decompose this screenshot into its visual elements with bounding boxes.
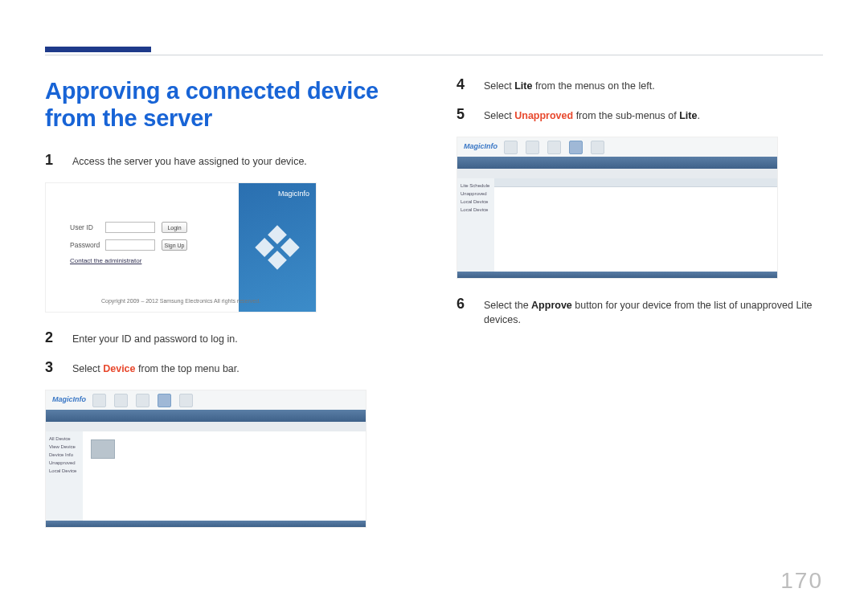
nav-icon bbox=[504, 141, 518, 154]
top-iconbar bbox=[504, 141, 604, 154]
brand-logo-text: MagicInfo bbox=[278, 190, 309, 198]
app-content bbox=[494, 178, 777, 272]
header-rule bbox=[45, 55, 823, 55]
signup-button: Sign Up bbox=[162, 239, 187, 251]
step-1: 1 Access the server you have assigned to… bbox=[45, 153, 411, 170]
diamond-logo-icon bbox=[255, 225, 300, 270]
app-content bbox=[83, 431, 366, 521]
top-iconbar bbox=[92, 394, 193, 407]
step-4: 4 Select Lite from the menus on the left… bbox=[457, 77, 823, 94]
step-number: 5 bbox=[457, 107, 469, 124]
nav-icon bbox=[591, 141, 604, 154]
nav-icon-device bbox=[569, 141, 583, 154]
step-text: Enter your ID and password to log in. bbox=[72, 330, 238, 347]
step-number: 2 bbox=[45, 330, 58, 347]
table-header-row bbox=[494, 178, 777, 187]
nav-icon bbox=[526, 141, 539, 154]
svg-rect-3 bbox=[268, 251, 287, 270]
section-heading: Approving a connected device from the se… bbox=[45, 77, 411, 132]
copyright-text: Copyright 2009 – 2012 Samsung Electronic… bbox=[46, 298, 316, 304]
step-5: 5 Select Unapproved from the sub-menus o… bbox=[457, 107, 823, 124]
app-footer bbox=[46, 521, 366, 527]
app-topbar bbox=[46, 410, 366, 422]
step-number: 3 bbox=[45, 360, 58, 377]
nav-icon bbox=[179, 394, 193, 407]
svg-rect-0 bbox=[268, 225, 287, 244]
input-user-id bbox=[105, 222, 155, 233]
nav-icon bbox=[136, 394, 149, 407]
chapter-accent-bar bbox=[45, 47, 151, 52]
svg-rect-2 bbox=[255, 238, 274, 257]
nav-icon bbox=[92, 394, 106, 407]
step-number: 1 bbox=[45, 153, 58, 170]
step-text: Access the server you have assigned to y… bbox=[72, 153, 307, 170]
step-text: Select the Approve button for your devic… bbox=[484, 296, 823, 329]
page-number: 170 bbox=[780, 568, 823, 594]
left-column: Approving a connected device from the se… bbox=[45, 77, 411, 546]
nav-icon-device bbox=[158, 394, 171, 407]
steps-right: 4 Select Lite from the menus on the left… bbox=[457, 77, 823, 124]
step-text: Select Device from the top menu bar. bbox=[72, 360, 240, 377]
nav-icon bbox=[114, 394, 128, 407]
steps-left: 1 Access the server you have assigned to… bbox=[45, 153, 411, 170]
app-footer bbox=[457, 272, 777, 278]
label-user-id: User ID bbox=[70, 223, 105, 231]
step-3: 3 Select Device from the top menu bar. bbox=[45, 360, 411, 377]
app-brand: MagicInfo bbox=[464, 142, 497, 150]
step-2: 2 Enter your ID and password to log in. bbox=[45, 330, 411, 347]
svg-rect-1 bbox=[280, 238, 300, 257]
step-text: Select Unapproved from the sub-menus of … bbox=[484, 107, 700, 124]
right-column: 4 Select Lite from the menus on the left… bbox=[457, 77, 823, 546]
steps-left-cont: 2 Enter your ID and password to log in. … bbox=[45, 330, 411, 377]
login-button: Login bbox=[162, 222, 187, 233]
step-text: Select Lite from the menus on the left. bbox=[484, 77, 655, 94]
screenshot-login: User ID Login Password Sign Up Contact t… bbox=[45, 182, 317, 313]
device-thumbnail bbox=[91, 439, 115, 459]
label-password: Password bbox=[70, 241, 105, 249]
contact-admin-link: Contact the administrator bbox=[70, 257, 187, 264]
nav-icon bbox=[547, 141, 561, 154]
screenshot-device-menu: MagicInfo All DeviceView DeviceDevice In… bbox=[45, 390, 366, 528]
steps-right-cont: 6 Select the Approve button for your dev… bbox=[457, 296, 823, 329]
app-topbar bbox=[457, 157, 777, 169]
input-password bbox=[105, 239, 155, 251]
step-6: 6 Select the Approve button for your dev… bbox=[457, 296, 823, 329]
step-number: 4 bbox=[457, 77, 469, 94]
step-number: 6 bbox=[457, 296, 469, 329]
screenshot-lite-unapproved: MagicInfo Lite ScheduleUnapprovedLocal D… bbox=[457, 137, 778, 279]
app-brand: MagicInfo bbox=[52, 395, 86, 403]
